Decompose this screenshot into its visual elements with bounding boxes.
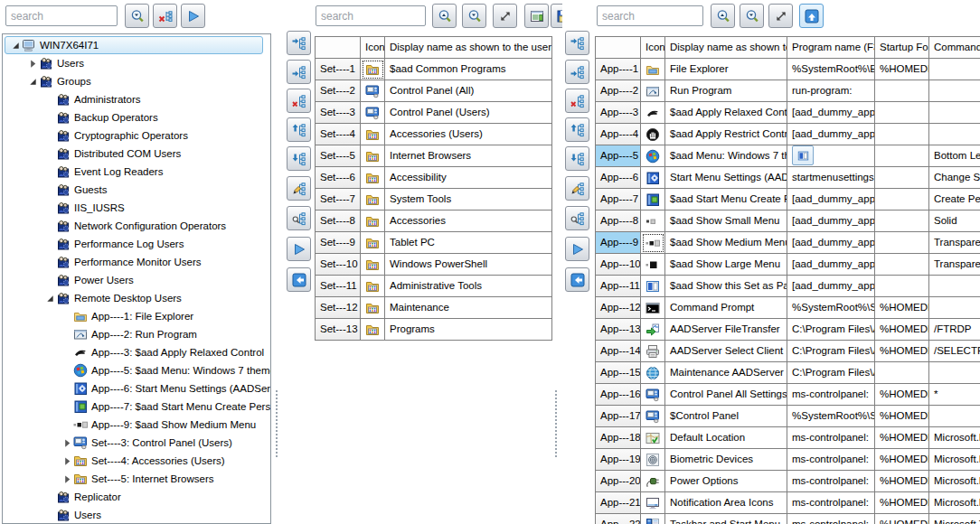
insert-child-node-button[interactable] <box>287 60 311 84</box>
program-cell[interactable]: ms-controlpanel: <box>787 492 875 514</box>
startup-cell[interactable]: %HOMEDF <box>875 406 929 427</box>
run-button[interactable] <box>287 237 311 261</box>
row-header[interactable]: Set---10 <box>316 254 361 276</box>
display-cell[interactable]: Power Options <box>665 471 787 492</box>
tree-item[interactable]: App----7: $aad Start Menu Create Persona… <box>5 398 263 416</box>
icon-cell[interactable] <box>641 102 665 124</box>
delete-in-tree-button[interactable] <box>153 4 177 28</box>
program-cell[interactable]: ms-controlpanel: <box>787 384 875 406</box>
display-cell[interactable]: $aad Common Programs <box>385 59 552 80</box>
row-header[interactable]: Set---11 <box>316 276 361 297</box>
display-cell[interactable]: $aad Show Small Menu <box>665 211 787 232</box>
tree-item[interactable]: App----3: $aad Apply Relaxed Control <box>5 343 263 361</box>
tree-item[interactable]: Event Log Readers <box>5 163 263 181</box>
icon-cell[interactable] <box>361 59 385 80</box>
row-header[interactable]: App---16 <box>596 384 641 406</box>
icon-cell[interactable] <box>641 492 665 514</box>
display-cell[interactable]: $aad Show this Set as Panel <box>665 276 787 297</box>
startup-cell[interactable] <box>875 232 929 254</box>
clear-search-icon[interactable] <box>99 9 114 23</box>
icon-cell[interactable] <box>361 211 385 232</box>
startup-cell[interactable] <box>875 189 929 211</box>
display-cell[interactable]: Accessibility <box>385 167 552 189</box>
tree-item[interactable]: Users <box>5 54 263 72</box>
row-header[interactable]: Set----8 <box>316 211 361 232</box>
icon-cell[interactable] <box>361 297 385 319</box>
icon-cell[interactable] <box>641 124 665 145</box>
tree-item[interactable]: Power Users <box>5 271 263 289</box>
cmd-cell[interactable]: Microsoft.D <box>929 427 980 449</box>
column-header[interactable]: Startup Folder <box>875 37 929 59</box>
row-header[interactable]: App----1 <box>596 59 641 80</box>
column-header[interactable]: Icon <box>641 37 665 59</box>
icon-cell[interactable] <box>361 319 385 341</box>
tree-item[interactable]: Cryptographic Operators <box>5 126 263 145</box>
column-header[interactable]: Program name (F3 f <box>787 37 875 59</box>
back-button[interactable] <box>287 267 311 292</box>
expander-closed-icon[interactable] <box>61 436 73 449</box>
icon-cell[interactable] <box>641 276 665 297</box>
row-header[interactable]: App---20 <box>596 471 641 492</box>
display-cell[interactable]: System Tools <box>385 189 552 211</box>
cmd-cell[interactable]: Microsoft.B <box>929 449 980 471</box>
cmd-cell[interactable] <box>929 362 980 384</box>
cmd-cell[interactable]: Transparen <box>929 254 980 276</box>
cmd-cell[interactable]: Bottom Left <box>929 145 980 167</box>
column-header[interactable]: Display name as shown to the user <box>385 37 552 59</box>
expand-button[interactable] <box>493 4 517 28</box>
tree-item[interactable]: Network Configuration Operators <box>5 217 263 235</box>
cmd-cell[interactable] <box>929 59 980 80</box>
display-cell[interactable]: Control Panel (Users) <box>385 102 552 124</box>
display-cell[interactable]: Windows PowerShell <box>385 254 552 276</box>
tree-item[interactable]: Remote Desktop Users <box>5 289 263 307</box>
program-cell[interactable]: %SystemRoot%\Sys <box>787 297 875 319</box>
program-cell[interactable]: C:\Program Files\A <box>787 341 875 362</box>
find-previous-button[interactable] <box>711 4 735 28</box>
move-node-down-button[interactable] <box>565 146 589 171</box>
program-cell[interactable]: C:\Program Files\A <box>787 362 875 384</box>
tree-item[interactable]: Users <box>5 506 263 524</box>
program-cell[interactable]: ms-controlpanel: <box>787 471 875 492</box>
row-header[interactable]: App---11 <box>596 276 641 297</box>
icon-cell[interactable] <box>641 80 665 102</box>
cmd-cell[interactable] <box>929 276 980 297</box>
startup-cell[interactable]: %HOMEDF <box>875 427 929 449</box>
icon-cell[interactable] <box>641 254 665 276</box>
startup-cell[interactable]: %HOMEDF <box>875 471 929 492</box>
search-input[interactable] <box>600 9 685 23</box>
program-cell[interactable]: ms-controlpanel: <box>787 449 875 471</box>
row-header[interactable]: App----8 <box>596 211 641 232</box>
expander-open-icon[interactable] <box>43 292 56 304</box>
row-header[interactable]: Set----9 <box>316 232 361 254</box>
icon-cell[interactable] <box>641 514 665 524</box>
cmd-cell[interactable]: Change Sty <box>929 167 980 189</box>
column-header[interactable] <box>316 37 361 59</box>
tree-item[interactable]: App----9: $aad Show Medium Menu <box>5 416 263 434</box>
tree-item[interactable]: Set----4: Accessories (Users) <box>5 452 263 470</box>
program-cell[interactable]: %SystemRoot%\Sys <box>787 406 875 427</box>
cmd-cell[interactable] <box>929 102 980 124</box>
cmd-cell[interactable] <box>929 80 980 102</box>
tree-item[interactable]: IIS_IUSRS <box>5 199 263 217</box>
display-cell[interactable]: $aad Menu: Windows 7 theme <box>665 145 787 167</box>
icon-cell[interactable] <box>641 232 665 254</box>
tree-item[interactable]: Set----3: Control Panel (Users) <box>5 434 263 452</box>
tree-item[interactable]: App----5: $aad Menu: Windows 7 theme <box>5 361 263 379</box>
display-cell[interactable]: $aad Apply Relaxed Control <box>665 102 787 124</box>
icon-cell[interactable] <box>361 80 385 102</box>
expander-closed-icon[interactable] <box>61 454 73 467</box>
row-header[interactable]: Set----4 <box>316 124 361 145</box>
row-header[interactable]: App----5 <box>596 145 641 167</box>
program-cell[interactable]: [aad_dummy_app] <box>787 102 875 124</box>
row-header[interactable]: Set----5 <box>316 145 361 167</box>
startup-cell[interactable]: %HOMEDF <box>875 514 929 524</box>
display-cell[interactable]: Accessories (Users) <box>385 124 552 145</box>
cmd-cell[interactable]: * <box>929 384 980 406</box>
cmd-cell[interactable]: Transparen <box>929 232 980 254</box>
tree-item[interactable]: Replicator <box>5 488 263 506</box>
tree-item[interactable]: Groups <box>5 72 263 90</box>
display-cell[interactable]: Tablet PC <box>385 232 552 254</box>
display-cell[interactable]: $Control Panel <box>665 406 787 427</box>
find-next-button[interactable] <box>125 4 149 28</box>
cmd-cell[interactable]: Microsoft.P <box>929 471 980 492</box>
